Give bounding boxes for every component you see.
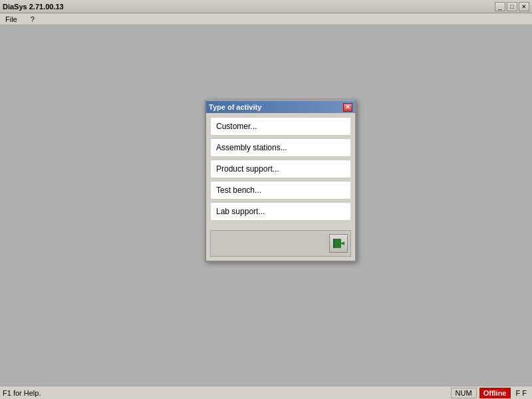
menu-file[interactable]: File — [3, 15, 20, 24]
app-title: DiaSys 2.71.00.13 — [3, 3, 64, 11]
svg-rect-1 — [333, 239, 334, 248]
dialog-title-bar: Type of activity ✕ — [206, 101, 355, 113]
menu-help[interactable]: ? — [28, 15, 37, 24]
activity-labsupport[interactable]: Lab support... — [210, 202, 351, 221]
close-button[interactable]: ✕ — [519, 2, 529, 11]
menu-bar: File ? — [0, 13, 532, 25]
ok-button[interactable] — [329, 234, 348, 253]
restore-button[interactable]: □ — [507, 2, 517, 11]
help-text: F1 for Help. — [3, 389, 41, 397]
activity-dialog: Type of activity ✕ Customer... Assembly … — [205, 100, 356, 262]
activity-product[interactable]: Product support... — [210, 160, 351, 178]
num-indicator: NUM — [451, 388, 477, 398]
ok-icon — [332, 237, 344, 249]
activity-customer[interactable]: Customer... — [210, 117, 351, 136]
dialog-close-button[interactable]: ✕ — [343, 103, 352, 112]
dialog-content: Customer... Assembly stations... Product… — [206, 113, 355, 227]
activity-assembly[interactable]: Assembly stations... — [210, 138, 351, 157]
activity-testbench[interactable]: Test bench... — [210, 181, 351, 200]
window-controls: _ □ ✕ — [495, 2, 529, 11]
dialog-title: Type of activity — [209, 103, 261, 111]
ff-indicator: F F — [513, 389, 530, 397]
status-right: NUM Offline F F — [451, 388, 529, 398]
minimize-button[interactable]: _ — [495, 2, 505, 11]
status-bar: F1 for Help. NUM Offline F F — [0, 386, 532, 399]
dialog-footer — [210, 230, 351, 257]
title-bar: DiaSys 2.71.00.13 _ □ ✕ — [0, 0, 532, 13]
offline-indicator: Offline — [479, 388, 511, 398]
